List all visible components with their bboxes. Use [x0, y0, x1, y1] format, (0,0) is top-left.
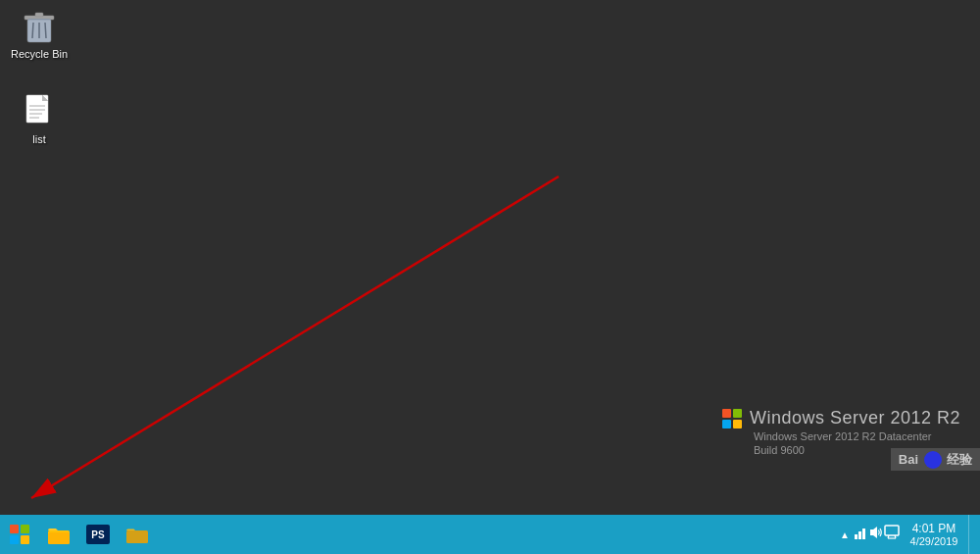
- desktop: Recycle Bin list: [0, 0, 980, 515]
- show-desktop-button[interactable]: [968, 515, 976, 554]
- start-button[interactable]: [0, 515, 39, 554]
- svg-rect-6: [27, 19, 51, 42]
- taskbar-powershell-icon[interactable]: PS: [78, 515, 118, 554]
- taskbar-file-manager-icon[interactable]: [39, 515, 78, 554]
- svg-rect-20: [858, 531, 861, 539]
- system-tray: ▲ 4: [837, 515, 980, 554]
- watermark-sub1: Windows Server 2012 R2 Datacenter: [722, 430, 932, 442]
- svg-rect-21: [862, 529, 865, 539]
- server-title: Windows Server 2012 R2: [750, 408, 960, 428]
- clock-date: 4/29/2019: [910, 535, 958, 547]
- svg-rect-19: [855, 534, 858, 539]
- baidu-logo-circle: [924, 451, 942, 469]
- start-logo: [10, 525, 29, 544]
- list-file-label: list: [32, 133, 45, 145]
- folder-svg: [125, 524, 149, 545]
- baidu-text: Bai: [899, 452, 918, 467]
- sound-tray-icon[interactable]: [868, 525, 884, 544]
- clock[interactable]: 4:01 PM 4/29/2019: [900, 515, 968, 554]
- network-tray-icon[interactable]: [853, 525, 868, 544]
- powershell-icon-badge: PS: [86, 525, 110, 544]
- recycle-bin-image: [22, 9, 57, 44]
- recycle-bin-label: Recycle Bin: [11, 48, 68, 60]
- windows-logo-text: Windows Server 2012 R2: [722, 408, 960, 428]
- watermark-sub2: Build 9600: [722, 444, 805, 456]
- network-icon-svg: [853, 525, 868, 540]
- svg-line-15: [31, 176, 559, 498]
- windows-flag-logo: [722, 409, 742, 428]
- svg-rect-18: [126, 530, 148, 543]
- clock-time: 4:01 PM: [912, 522, 956, 535]
- baidu-watermark: Bai 经验: [891, 448, 980, 471]
- svg-marker-22: [870, 527, 877, 538]
- svg-rect-23: [885, 526, 899, 535]
- taskbar-folder-icon[interactable]: [118, 515, 157, 554]
- list-file-image: [22, 94, 57, 129]
- svg-rect-17: [48, 532, 70, 544]
- baidu-text2: 经验: [947, 452, 972, 467]
- list-file-icon[interactable]: list: [5, 90, 74, 149]
- notification-icon-svg: [884, 525, 900, 540]
- sound-icon-svg: [868, 525, 884, 540]
- recycle-bin-icon[interactable]: Recycle Bin: [5, 5, 74, 64]
- svg-rect-2: [35, 13, 43, 17]
- taskbar: PS ▲: [0, 515, 980, 554]
- tray-expand-button[interactable]: ▲: [837, 529, 853, 540]
- file-manager-svg: [47, 524, 71, 545]
- notification-tray-icon[interactable]: [884, 525, 900, 544]
